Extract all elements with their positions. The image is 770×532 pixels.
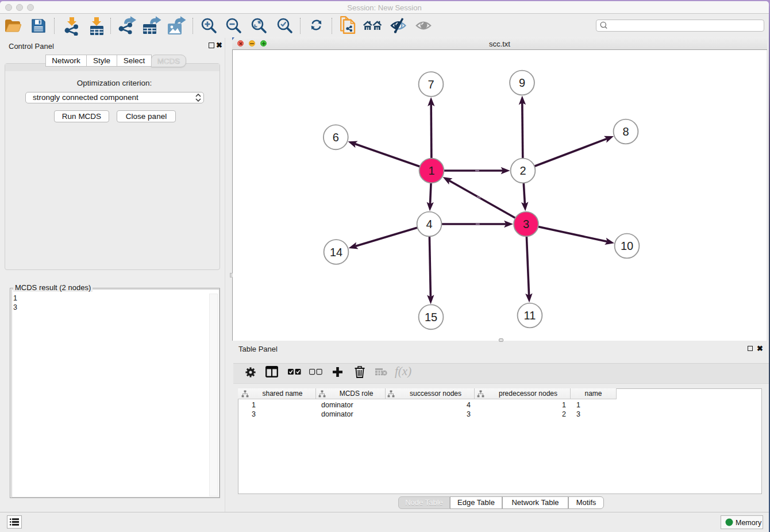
svg-text:11: 11 — [524, 309, 536, 322]
svg-text:7: 7 — [428, 78, 434, 91]
svg-text:14: 14 — [330, 246, 342, 259]
svg-text:6: 6 — [333, 131, 339, 144]
svg-text:8: 8 — [622, 125, 629, 138]
svg-text:9: 9 — [519, 76, 525, 89]
svg-text:10: 10 — [621, 240, 633, 252]
svg-text:3: 3 — [523, 218, 529, 230]
svg-text:15: 15 — [425, 311, 437, 323]
svg-text:1: 1 — [428, 164, 434, 177]
svg-text:4: 4 — [426, 218, 432, 230]
svg-text:2: 2 — [519, 164, 526, 177]
